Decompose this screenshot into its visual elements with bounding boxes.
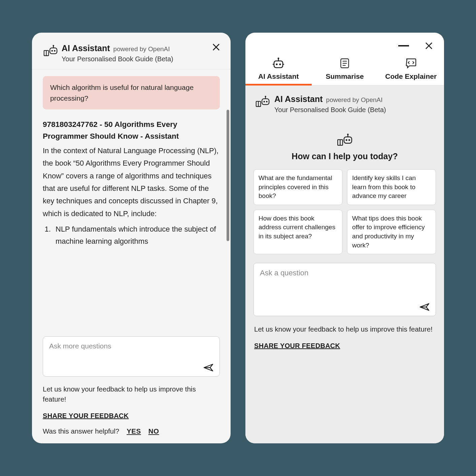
panel-header: AI Assistant powered by OpenAI Your Pers…	[32, 33, 231, 69]
assistant-header: AI Assistant powered by OpenAI Your Pers…	[245, 86, 444, 123]
tab-label: Summarise	[326, 72, 364, 80]
left-panel: AI Assistant powered by OpenAI Your Pers…	[32, 33, 231, 443]
helpful-no-button[interactable]: NO	[148, 427, 159, 435]
user-question: Which algorithm is useful for natural la…	[43, 76, 220, 109]
close-button[interactable]	[425, 42, 433, 49]
right-panel: AI Assistant Summarise Code Explainer AI…	[245, 33, 444, 443]
assistant-main: How can I help you today? What are the f…	[245, 123, 444, 443]
help-hero: How can I help you today?	[253, 126, 436, 169]
send-icon[interactable]	[419, 302, 430, 312]
answer-heading: 9781803247762 - 50 Algorithms Every Prog…	[43, 119, 220, 142]
robot-book-icon	[43, 44, 58, 58]
tab-code-explainer[interactable]: Code Explainer	[378, 58, 444, 85]
feedback-section: Let us know your feedback to help us imp…	[253, 316, 436, 359]
suggestion-grid: What are the fundamental principles cove…	[253, 169, 436, 254]
helpful-prompt: Was this answer helpful?	[43, 427, 119, 435]
answer-list-item: NLP fundamentals which introduce the sub…	[53, 223, 220, 248]
share-feedback-link[interactable]: SHARE YOUR FEEDBACK	[254, 342, 340, 349]
scrollbar[interactable]	[227, 110, 229, 241]
input-placeholder: Ask more questions	[49, 342, 111, 350]
code-bubble-icon	[405, 58, 417, 69]
tab-summarise[interactable]: Summarise	[312, 58, 378, 85]
panel-subtitle: Your Personalised Book Guide (Beta)	[62, 55, 209, 63]
input-area: Ask more questions	[43, 336, 220, 377]
tab-label: AI Assistant	[258, 72, 299, 80]
chat-content: Which algorithm is useful for natural la…	[32, 69, 231, 328]
panel-subtitle: Your Personalised Book Guide (Beta)	[274, 106, 386, 114]
suggestion-card[interactable]: How does this book address current chall…	[253, 210, 342, 254]
share-feedback-link[interactable]: SHARE YOUR FEEDBACK	[43, 412, 129, 419]
window-controls	[245, 33, 444, 49]
robot-book-icon	[255, 95, 270, 108]
close-icon	[212, 43, 220, 51]
close-icon	[425, 41, 433, 50]
helpful-yes-button[interactable]: YES	[127, 427, 141, 435]
feedback-prompt: Let us know your feedback to help us imp…	[43, 384, 220, 405]
powered-by-text: powered by OpenAI	[326, 96, 383, 104]
close-button[interactable]	[212, 43, 220, 51]
minimize-button[interactable]	[398, 45, 409, 46]
suggestion-card[interactable]: Identify key skills I can learn from thi…	[347, 169, 436, 205]
document-icon	[338, 58, 351, 69]
input-placeholder: Ask a question	[260, 269, 308, 277]
suggestion-card[interactable]: What tips does this book offer to improv…	[347, 210, 436, 254]
tab-bar: AI Assistant Summarise Code Explainer	[245, 49, 444, 86]
suggestion-card[interactable]: What are the fundamental principles cove…	[253, 169, 342, 205]
panel-title: AI Assistant	[62, 43, 110, 53]
send-icon[interactable]	[203, 363, 214, 372]
feedback-section: Let us know your feedback to help us imp…	[32, 377, 231, 444]
robot-icon	[272, 58, 285, 69]
powered-by-text: powered by OpenAI	[113, 45, 170, 53]
help-title: How can I help you today?	[253, 151, 436, 161]
question-input[interactable]: Ask more questions	[43, 336, 220, 377]
robot-book-icon	[336, 133, 353, 147]
answer-body: In the context of Natural Language Proce…	[43, 144, 220, 220]
feedback-prompt: Let us know your feedback to help us imp…	[254, 324, 435, 335]
question-input[interactable]: Ask a question	[253, 263, 436, 316]
tab-ai-assistant[interactable]: AI Assistant	[245, 58, 312, 85]
panel-title: AI Assistant	[274, 94, 323, 104]
tab-label: Code Explainer	[385, 72, 437, 80]
